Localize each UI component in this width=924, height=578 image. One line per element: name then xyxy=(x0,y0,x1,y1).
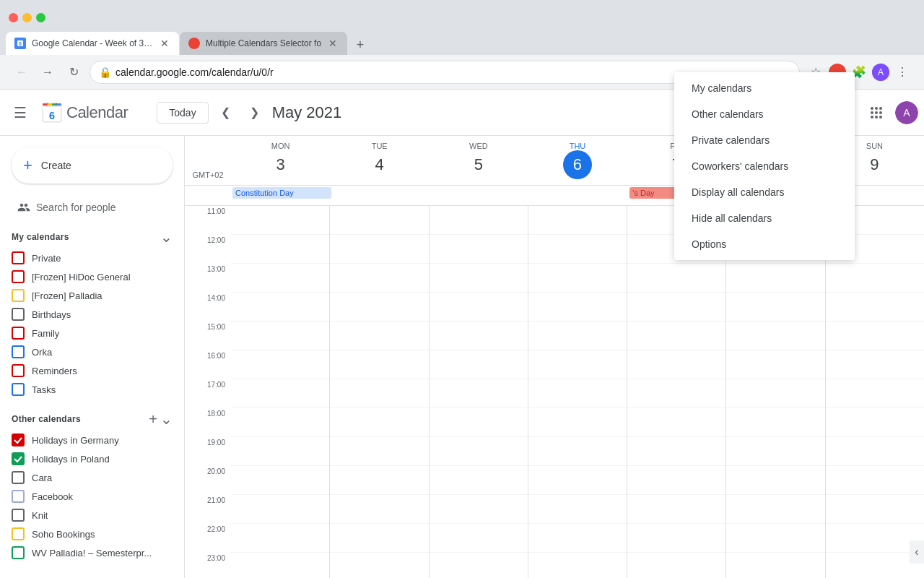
hour-cell-sun-18[interactable] xyxy=(826,408,924,437)
calendar-checkbox-private[interactable] xyxy=(12,251,25,264)
hour-cell-sat-16[interactable] xyxy=(726,350,824,379)
calendar-checkbox-family[interactable] xyxy=(12,327,25,340)
hour-cell-tue-13[interactable] xyxy=(330,264,428,293)
calendar-checkbox-wv-palladia[interactable] xyxy=(12,546,25,559)
calendar-item-hidoc[interactable]: [Frozen] HiDoc General xyxy=(6,267,178,286)
hour-cell-mon-21[interactable] xyxy=(231,495,329,524)
hamburger-menu[interactable]: ☰ xyxy=(6,98,35,127)
hour-cell-mon-11[interactable] xyxy=(231,206,329,235)
dropdown-item-private-calendars[interactable]: Private calendars xyxy=(674,136,855,153)
add-other-calendar-button[interactable]: + xyxy=(149,411,157,428)
hour-cell-mon-14[interactable] xyxy=(231,293,329,322)
hour-cell-fri-14[interactable] xyxy=(627,293,725,322)
hour-cell-thu-19[interactable] xyxy=(528,437,627,466)
hour-cell-tue-21[interactable] xyxy=(330,495,428,524)
hour-cell-mon-13[interactable] xyxy=(231,264,329,293)
hour-cell-fri-13[interactable] xyxy=(627,264,725,293)
tab-calendars-selector[interactable]: Multiple Calendars Selector fo ✕ xyxy=(180,32,347,55)
hour-cell-thu-16[interactable] xyxy=(528,350,627,379)
hour-cell-thu-13[interactable] xyxy=(528,264,627,293)
calendar-checkbox-tasks[interactable] xyxy=(12,383,25,396)
calendar-item-facebook[interactable]: Facebook xyxy=(6,487,178,506)
hour-cell-thu-11[interactable] xyxy=(528,206,627,235)
calendar-item-holidays-germany[interactable]: Holidays in Germany xyxy=(6,431,178,449)
hour-cell-thu-15[interactable] xyxy=(528,322,627,350)
hour-cell-tue-20[interactable] xyxy=(330,466,428,495)
hour-cell-tue-14[interactable] xyxy=(330,293,428,322)
dropdown-item-display-all[interactable]: Display all calendars xyxy=(674,179,855,205)
calendar-item-private[interactable]: Private xyxy=(6,249,178,267)
hour-cell-wed-22[interactable] xyxy=(430,524,528,553)
calendar-item-holidays-poland[interactable]: Holidays in Poland xyxy=(6,449,178,468)
maximize-window-button[interactable] xyxy=(36,13,45,22)
dropdown-item-coworkers-calendars[interactable]: Coworkers' calendars xyxy=(674,153,855,179)
hour-cell-sat-19[interactable] xyxy=(726,437,824,466)
hour-cell-thu-22[interactable] xyxy=(528,524,627,553)
hour-cell-sat-22[interactable] xyxy=(726,524,824,553)
hour-cell-sat-17[interactable] xyxy=(726,379,824,408)
calendar-item-family[interactable]: Family xyxy=(6,324,178,342)
hour-cell-wed-11[interactable] xyxy=(430,206,528,235)
calendar-item-knit[interactable]: Knit xyxy=(6,506,178,525)
hour-cell-thu-20[interactable] xyxy=(528,466,627,495)
hour-cell-mon-17[interactable] xyxy=(231,379,329,408)
calendar-checkbox-birthdays[interactable] xyxy=(12,308,25,321)
calendar-item-cara[interactable]: Cara xyxy=(6,468,178,487)
minimize-window-button[interactable] xyxy=(22,13,32,22)
hour-cell-wed-19[interactable] xyxy=(430,437,528,466)
tab-google-calendar[interactable]: 6 Google Calendar - Week of 3 M ✕ xyxy=(6,32,179,55)
hour-cell-sun-17[interactable] xyxy=(826,379,924,408)
calendar-item-reminders[interactable]: Reminders xyxy=(6,361,178,380)
hour-cell-thu-18[interactable] xyxy=(528,408,627,437)
new-tab-button[interactable]: + xyxy=(350,35,370,55)
chrome-menu-icon[interactable]: ⋮ xyxy=(892,62,912,82)
hour-cell-mon-22[interactable] xyxy=(231,524,329,553)
hour-cell-sat-18[interactable] xyxy=(726,408,824,437)
hour-cell-sat-15[interactable] xyxy=(726,322,824,350)
hour-cell-tue-19[interactable] xyxy=(330,437,428,466)
calendar-checkbox-knit[interactable] xyxy=(12,509,25,522)
hour-cell-fri-20[interactable] xyxy=(627,466,725,495)
hour-cell-wed-20[interactable] xyxy=(430,466,528,495)
hour-cell-mon-18[interactable] xyxy=(231,408,329,437)
hour-cell-wed-21[interactable] xyxy=(430,495,528,524)
close-window-button[interactable] xyxy=(9,13,18,22)
hour-cell-wed-15[interactable] xyxy=(430,322,528,350)
calendar-item-tasks[interactable]: Tasks xyxy=(6,380,178,399)
hour-cell-fri-23[interactable] xyxy=(627,553,725,578)
hour-cell-wed-12[interactable] xyxy=(430,235,528,264)
hour-cell-tue-22[interactable] xyxy=(330,524,428,553)
hour-cell-mon-12[interactable] xyxy=(231,235,329,264)
hour-cell-sun-19[interactable] xyxy=(826,437,924,466)
hour-cell-tue-11[interactable] xyxy=(330,206,428,235)
prev-month-button[interactable]: ❮ xyxy=(214,101,237,124)
hour-cell-sun-16[interactable] xyxy=(826,350,924,379)
calendar-item-wv-palladia[interactable]: WV Palladia! – Semesterpr... xyxy=(6,543,178,562)
hour-cell-tue-16[interactable] xyxy=(330,350,428,379)
hour-cell-fri-15[interactable] xyxy=(627,322,725,350)
calendar-item-palladia[interactable]: [Frozen] Palladia xyxy=(6,286,178,305)
tab-close-2[interactable]: ✕ xyxy=(327,38,339,49)
hour-cell-mon-23[interactable] xyxy=(231,553,329,578)
calendar-checkbox-facebook[interactable] xyxy=(12,490,25,503)
hour-cell-mon-15[interactable] xyxy=(231,322,329,350)
calendar-checkbox-palladia[interactable] xyxy=(12,289,25,302)
my-calendars-toggle[interactable]: ⌄ xyxy=(160,228,173,246)
hour-cell-sat-21[interactable] xyxy=(726,495,824,524)
hour-cell-thu-17[interactable] xyxy=(528,379,627,408)
hour-cell-mon-16[interactable] xyxy=(231,350,329,379)
hour-cell-sun-20[interactable] xyxy=(826,466,924,495)
day-num-sun[interactable]: 9 xyxy=(860,150,889,179)
day-num-tue[interactable]: 4 xyxy=(365,150,394,179)
collapse-sidebar-button[interactable]: ‹ xyxy=(910,540,924,564)
hour-cell-wed-18[interactable] xyxy=(430,408,528,437)
hour-cell-fri-17[interactable] xyxy=(627,379,725,408)
hour-cell-sun-13[interactable] xyxy=(826,264,924,293)
hour-cell-wed-16[interactable] xyxy=(430,350,528,379)
search-people-button[interactable]: Search for people xyxy=(6,195,178,220)
dropdown-item-options[interactable]: Options xyxy=(674,231,855,257)
hour-cell-thu-23[interactable] xyxy=(528,553,627,578)
hour-cell-sat-23[interactable] xyxy=(726,553,824,578)
hour-cell-tue-15[interactable] xyxy=(330,322,428,350)
hour-cell-fri-22[interactable] xyxy=(627,524,725,553)
